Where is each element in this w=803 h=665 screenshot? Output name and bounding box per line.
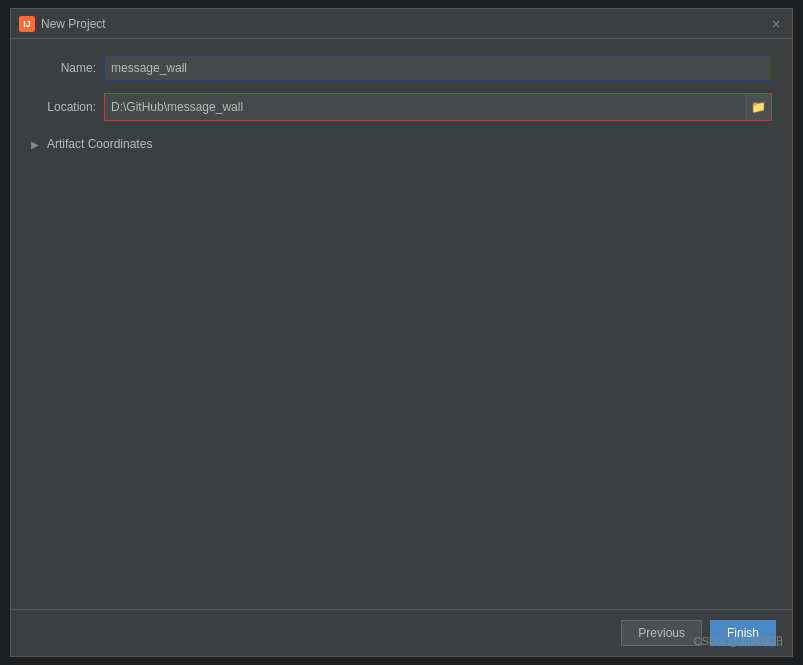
previous-button[interactable]: Previous <box>621 620 702 646</box>
location-label: Location: <box>31 100 96 114</box>
name-input[interactable] <box>104 55 772 81</box>
dialog-overlay: IJ New Project × Name: Location: 📁 <box>0 0 803 665</box>
dialog-titlebar: IJ New Project × <box>11 9 792 39</box>
artifact-coordinates-toggle[interactable]: ▶ Artifact Coordinates <box>31 133 772 155</box>
app-icon: IJ <box>19 16 35 32</box>
folder-icon: 📁 <box>751 100 766 114</box>
dialog-content: Name: Location: 📁 ▶ Artifact Coordinates <box>11 39 792 609</box>
name-label: Name: <box>31 61 96 75</box>
location-input[interactable] <box>105 94 745 120</box>
browse-button[interactable]: 📁 <box>745 94 771 120</box>
finish-button[interactable]: Finish <box>710 620 776 646</box>
new-project-dialog: IJ New Project × Name: Location: 📁 <box>10 8 793 657</box>
location-wrapper: 📁 <box>104 93 772 121</box>
location-row: Location: 📁 <box>31 93 772 121</box>
name-row: Name: <box>31 55 772 81</box>
artifact-coordinates-label: Artifact Coordinates <box>47 137 152 151</box>
dialog-footer: Previous Finish <box>11 609 792 656</box>
close-button[interactable]: × <box>768 16 784 32</box>
dialog-title: New Project <box>41 17 762 31</box>
toggle-arrow-icon: ▶ <box>31 139 41 150</box>
